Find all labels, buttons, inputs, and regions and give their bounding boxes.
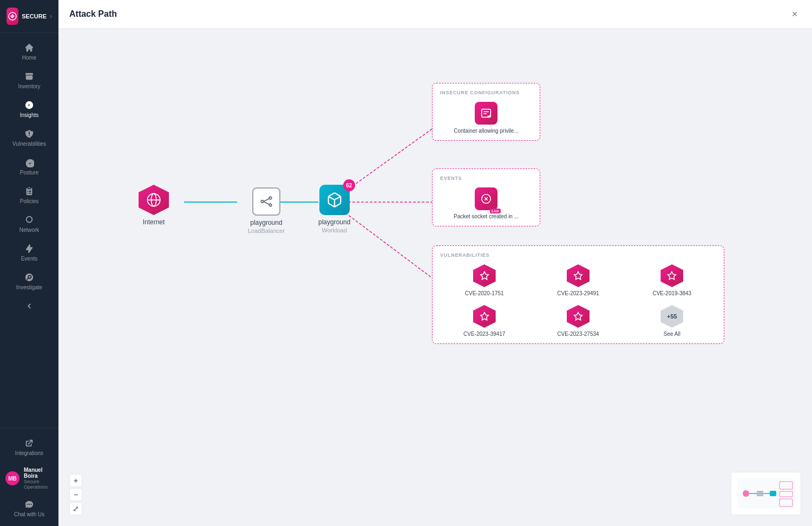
config-icon <box>475 102 497 125</box>
vuln-section-label: VULNERABILITIES <box>440 252 716 258</box>
see-all-icon: +55 <box>660 305 683 328</box>
sidebar-item-vulnerabilities[interactable]: Vulnerabilities <box>0 124 58 152</box>
svg-line-12 <box>264 199 270 202</box>
sidebar: SECURE › Home Inventory Insights Vulnera… <box>0 0 58 526</box>
vuln-item-2[interactable]: CVE-2019-3843 <box>628 264 716 296</box>
nav-events-label: Events <box>21 256 38 262</box>
nav-home-label: Home <box>22 55 37 61</box>
sidebar-item-policies[interactable]: Policies <box>0 181 58 210</box>
close-button[interactable]: × <box>788 8 801 21</box>
workload-badge: 62 <box>343 179 355 191</box>
svg-rect-24 <box>770 491 776 496</box>
attack-path-canvas[interactable]: Internet playground LoadBalancer <box>58 29 812 526</box>
nav-integrations-label: Integrations <box>15 450 43 456</box>
lb-icon <box>252 187 280 216</box>
nav-vulnerabilities-label: Vulnerabilities <box>12 141 46 147</box>
nav-policies-label: Policies <box>20 198 38 204</box>
live-badge: Live <box>490 209 501 213</box>
attack-graph: Internet playground LoadBalancer <box>58 29 812 526</box>
sidebar-item-investigate[interactable]: Investigate <box>0 267 58 296</box>
sidebar-item-home[interactable]: Home <box>0 37 58 66</box>
page-header: Attack Path × <box>58 0 812 29</box>
svg-point-10 <box>269 197 271 199</box>
cve-icon-2 <box>660 264 683 287</box>
svg-point-11 <box>269 204 271 206</box>
cve-icon-3 <box>473 305 496 328</box>
event-icon-wrap: Live <box>475 187 497 210</box>
svg-line-3 <box>345 129 432 191</box>
zoom-in-button[interactable]: + <box>69 474 82 487</box>
page-title: Attack Path <box>69 9 117 19</box>
event-item[interactable]: Live Packet socket created in ... <box>440 187 532 219</box>
workload-node[interactable]: 62 playground Workload <box>318 185 350 233</box>
events-section-label: EVENTS <box>440 176 532 181</box>
svg-line-13 <box>264 202 270 204</box>
minimap[interactable] <box>731 472 801 515</box>
sidebar-item-network[interactable]: Network <box>0 210 58 238</box>
cve-label-3: CVE-2023-39417 <box>463 331 505 337</box>
workload-sublabel: Workload <box>322 227 347 233</box>
cve-icon-1 <box>567 264 590 287</box>
cve-icon-0 <box>473 264 496 287</box>
svg-point-9 <box>261 200 263 203</box>
sidebar-nav: Home Inventory Insights Vulnerabilities … <box>0 33 58 428</box>
loadbalancer-node[interactable]: playground LoadBalancer <box>248 187 285 234</box>
vulnerabilities-panel[interactable]: VULNERABILITIES CVE-2020-1751 CVE-2023-2… <box>432 245 724 344</box>
sidebar-item-chat[interactable]: Chat with Us <box>0 495 58 522</box>
sidebar-item-inventory[interactable]: Inventory <box>0 66 58 95</box>
sidebar-item-events[interactable]: Events <box>0 238 58 267</box>
events-panel[interactable]: EVENTS Live Packet socket created in ... <box>432 168 540 226</box>
cve-label-1: CVE-2023-29491 <box>557 290 599 296</box>
user-info: Manuel Boira Secure Operations <box>24 467 53 490</box>
user-profile-item[interactable]: MB Manuel Boira Secure Operations <box>0 462 58 495</box>
zoom-out-button[interactable]: − <box>69 488 82 501</box>
event-icon <box>475 187 497 210</box>
cve-label-4: CVE-2023-27534 <box>557 331 599 337</box>
internet-node[interactable]: Internet <box>139 185 169 226</box>
sidebar-collapse-btn[interactable] <box>0 296 58 316</box>
vuln-item-1[interactable]: CVE-2023-29491 <box>534 264 622 296</box>
insecure-item-label: Container allowing privile... <box>454 128 519 134</box>
cve-icon-4 <box>567 305 590 328</box>
main-content: Attack Path × <box>58 0 812 526</box>
user-avatar: MB <box>5 471 19 485</box>
internet-label: Internet <box>143 218 165 226</box>
cve-label-2: CVE-2019-3843 <box>652 290 691 296</box>
nav-insights-label: Insights <box>20 112 38 118</box>
vuln-see-all-item[interactable]: +55 See All <box>628 305 716 337</box>
nav-investigate-label: Investigate <box>16 284 42 290</box>
insecure-config-panel[interactable]: INSECURE CONFIGURATIONS Container allowi… <box>432 83 540 141</box>
sidebar-logo[interactable]: SECURE › <box>0 0 58 33</box>
svg-rect-22 <box>757 491 763 496</box>
svg-point-20 <box>743 490 749 497</box>
brand-text: SECURE <box>22 13 47 20</box>
sidebar-item-posture[interactable]: Posture <box>0 152 58 181</box>
nav-network-label: Network <box>19 227 40 233</box>
zoom-fit-button[interactable]: ⤢ <box>69 502 82 515</box>
sidebar-chevron-icon: › <box>50 12 52 20</box>
lb-label: playground <box>250 219 282 226</box>
internet-icon <box>139 185 169 215</box>
logo-icon <box>6 8 18 25</box>
svg-line-5 <box>345 213 432 278</box>
vuln-item-0[interactable]: CVE-2020-1751 <box>440 264 528 296</box>
minimap-content <box>731 472 801 515</box>
see-all-label: See All <box>664 331 680 337</box>
sidebar-item-integrations[interactable]: Integrations <box>0 433 58 462</box>
insecure-section-label: INSECURE CONFIGURATIONS <box>440 90 532 95</box>
zoom-controls: + − ⤢ <box>69 474 82 515</box>
vuln-item-4[interactable]: CVE-2023-27534 <box>534 305 622 337</box>
nav-posture-label: Posture <box>20 170 38 176</box>
user-name: Manuel Boira <box>24 467 53 479</box>
cve-label-0: CVE-2020-1751 <box>465 290 504 296</box>
vuln-item-3[interactable]: CVE-2023-39417 <box>440 305 528 337</box>
sidebar-item-insights[interactable]: Insights <box>0 95 58 124</box>
vuln-grid: CVE-2020-1751 CVE-2023-29491 CVE-2019-38… <box>440 264 716 337</box>
sidebar-bottom: Integrations MB Manuel Boira Secure Oper… <box>0 428 58 526</box>
user-role: Secure Operations <box>24 479 53 490</box>
nav-chat-label: Chat with Us <box>14 511 45 517</box>
event-item-label: Packet socket created in ... <box>454 213 519 219</box>
insecure-item[interactable]: Container allowing privile... <box>440 102 532 134</box>
lb-sublabel: LoadBalancer <box>248 228 285 234</box>
nav-inventory-label: Inventory <box>18 83 40 89</box>
